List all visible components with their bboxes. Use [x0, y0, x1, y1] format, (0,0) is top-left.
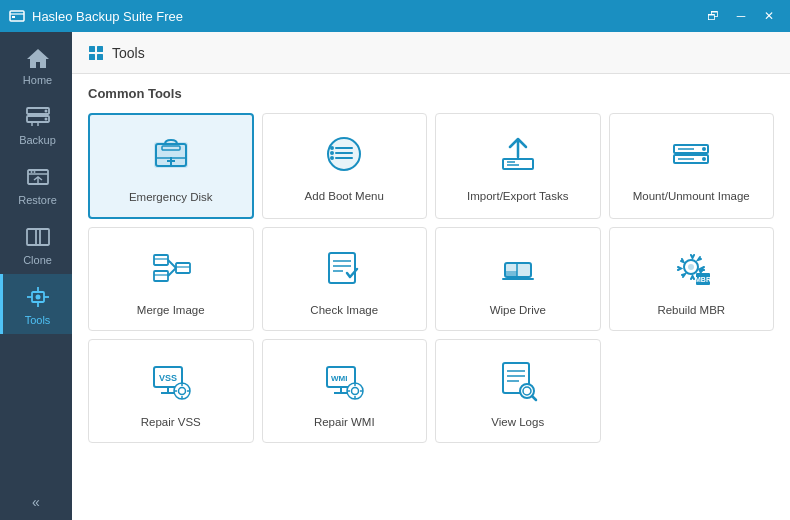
sidebar-item-restore[interactable]: Restore: [0, 154, 72, 214]
repair-vss-label: Repair VSS: [141, 414, 201, 430]
home-icon: [25, 46, 51, 70]
content-header: Tools: [72, 32, 790, 74]
svg-point-39: [330, 151, 334, 155]
merge-image-icon: [145, 242, 197, 294]
tool-repair-wmi[interactable]: WMI Repair WMI: [262, 339, 428, 443]
tool-merge-image[interactable]: Merge Image: [88, 227, 254, 331]
backup-icon: [25, 104, 51, 130]
svg-rect-58: [329, 253, 355, 283]
svg-rect-24: [97, 46, 103, 52]
repair-wmi-label: Repair WMI: [314, 414, 375, 430]
svg-rect-50: [154, 255, 168, 265]
mount-unmount-image-label: Mount/Unmount Image: [633, 188, 750, 204]
check-image-label: Check Image: [310, 302, 378, 318]
sidebar-label-clone: Clone: [23, 254, 52, 266]
app-icon: [8, 7, 26, 25]
svg-text:MBR: MBR: [695, 276, 711, 283]
svg-point-6: [44, 110, 47, 113]
tool-import-export-tasks[interactable]: Import/Export Tasks: [435, 113, 601, 219]
svg-rect-25: [89, 54, 95, 60]
svg-line-54: [168, 260, 176, 268]
sidebar-item-clone[interactable]: Clone: [0, 214, 72, 274]
svg-point-46: [702, 147, 706, 151]
minimize-button[interactable]: ─: [728, 5, 754, 27]
rebuild-mbr-label: Rebuild MBR: [657, 302, 725, 318]
tool-check-image[interactable]: Check Image: [262, 227, 428, 331]
close-button[interactable]: ✕: [756, 5, 782, 27]
restore-button[interactable]: 🗗: [700, 5, 726, 27]
sidebar-collapse-button[interactable]: «: [0, 484, 72, 520]
sidebar-label-restore: Restore: [18, 194, 57, 206]
svg-point-13: [33, 171, 35, 173]
clone-icon: [25, 224, 51, 250]
repair-vss-icon: VSS: [145, 354, 197, 406]
import-export-tasks-icon: [492, 128, 544, 180]
sidebar-item-backup[interactable]: Backup: [0, 94, 72, 154]
sidebar: Home Backup: [0, 32, 72, 520]
add-boot-menu-label: Add Boot Menu: [305, 188, 384, 204]
svg-point-38: [330, 146, 334, 150]
mount-unmount-image-icon: [665, 128, 717, 180]
emergency-disk-icon: [145, 129, 197, 181]
wipe-drive-icon: [492, 242, 544, 294]
emergency-disk-label: Emergency Disk: [129, 189, 213, 205]
app-title: Hasleo Backup Suite Free: [32, 9, 700, 24]
window-controls: 🗗 ─ ✕: [700, 5, 782, 27]
sidebar-label-home: Home: [23, 74, 52, 86]
view-logs-label: View Logs: [491, 414, 544, 430]
svg-marker-3: [27, 49, 49, 68]
check-image-icon: [318, 242, 370, 294]
svg-rect-56: [176, 263, 190, 273]
restore-icon: [25, 164, 51, 190]
svg-rect-26: [97, 54, 103, 60]
collapse-icon: «: [32, 494, 40, 510]
header-grid-icon: [88, 45, 104, 61]
content-area: Tools Common Tools: [72, 32, 790, 520]
tool-repair-vss[interactable]: VSS Repair VSS: [88, 339, 254, 443]
import-export-tasks-label: Import/Export Tasks: [467, 188, 568, 204]
tool-rebuild-mbr[interactable]: MBR Rebuild MBR: [609, 227, 775, 331]
svg-point-22: [35, 295, 40, 300]
svg-text:VSS: VSS: [159, 373, 177, 383]
svg-point-12: [30, 171, 32, 173]
rebuild-mbr-icon: MBR: [665, 242, 717, 294]
svg-rect-23: [89, 46, 95, 52]
svg-rect-15: [27, 229, 40, 245]
svg-point-68: [688, 264, 694, 270]
tool-view-logs[interactable]: View Logs: [435, 339, 601, 443]
svg-line-55: [168, 268, 176, 276]
add-boot-menu-icon: [318, 128, 370, 180]
tools-icon: [25, 284, 51, 310]
sidebar-item-home[interactable]: Home: [0, 36, 72, 94]
merge-image-label: Merge Image: [137, 302, 205, 318]
svg-point-47: [702, 157, 706, 161]
svg-rect-32: [170, 157, 172, 165]
wipe-drive-label: Wipe Drive: [490, 302, 546, 318]
app-body: Home Backup: [0, 32, 790, 520]
section-title: Common Tools: [88, 86, 774, 101]
svg-rect-65: [505, 271, 517, 277]
sidebar-label-tools: Tools: [25, 314, 51, 326]
svg-rect-2: [12, 16, 15, 18]
svg-point-40: [330, 156, 334, 160]
svg-point-7: [44, 118, 47, 121]
sidebar-label-backup: Backup: [19, 134, 56, 146]
page-title: Tools: [112, 45, 145, 61]
svg-rect-41: [503, 159, 533, 169]
titlebar: Hasleo Backup Suite Free 🗗 ─ ✕: [0, 0, 790, 32]
tools-grid: Emergency Disk: [88, 113, 774, 443]
svg-rect-16: [36, 229, 49, 245]
svg-line-97: [532, 396, 536, 400]
tool-wipe-drive[interactable]: Wipe Drive: [435, 227, 601, 331]
svg-rect-52: [154, 271, 168, 281]
tool-emergency-disk[interactable]: Emergency Disk: [88, 113, 254, 219]
tool-add-boot-menu[interactable]: Add Boot Menu: [262, 113, 428, 219]
view-logs-icon: [492, 354, 544, 406]
tools-area[interactable]: Common Tools: [72, 74, 790, 520]
repair-wmi-icon: WMI: [318, 354, 370, 406]
tool-mount-unmount-image[interactable]: Mount/Unmount Image: [609, 113, 775, 219]
sidebar-item-tools[interactable]: Tools: [0, 274, 72, 334]
svg-text:WMI: WMI: [331, 374, 347, 383]
